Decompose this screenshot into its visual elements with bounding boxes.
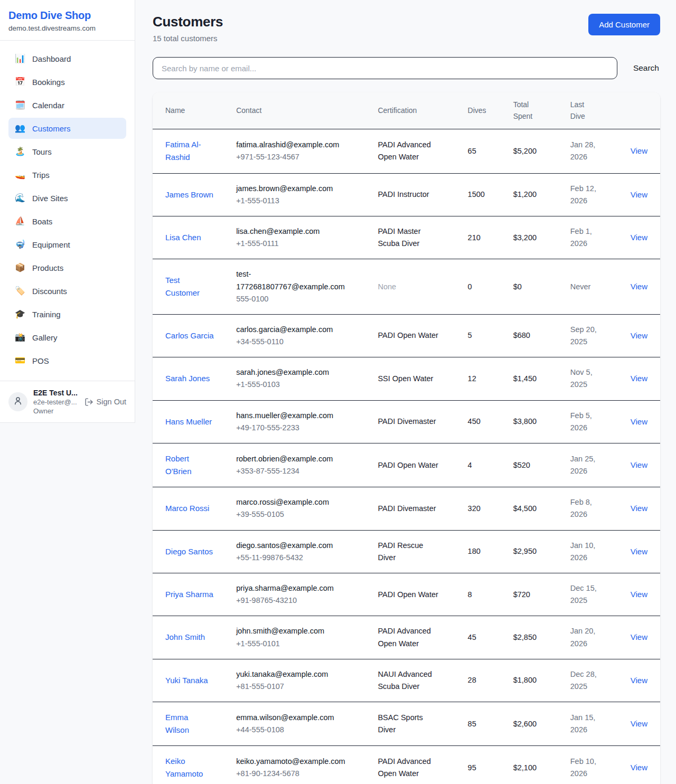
- customer-dives: 320: [462, 487, 507, 530]
- sidebar-item-discounts[interactable]: 🏷️ Discounts: [8, 280, 126, 301]
- island-icon: 🏝️: [15, 147, 25, 156]
- sidebar-item-tours[interactable]: 🏝️ Tours: [8, 141, 126, 162]
- customer-total-spent: $3,800: [507, 400, 564, 443]
- view-link[interactable]: View: [631, 331, 647, 340]
- search-button[interactable]: Search: [632, 60, 660, 76]
- customer-phone: 555-0100: [236, 293, 365, 305]
- avatar: [8, 392, 27, 411]
- user-email: e2e-tester@...: [33, 398, 79, 406]
- sidebar-item-customers[interactable]: 👥 Customers: [8, 118, 126, 139]
- customer-phone: +34-555-0110: [236, 336, 365, 348]
- customer-name-link[interactable]: Keiko Yamamoto: [165, 755, 214, 780]
- add-customer-button[interactable]: Add Customer: [588, 14, 660, 35]
- customer-certification: PADI Divemaster: [378, 503, 440, 515]
- customer-email: yuki.tanaka@example.com: [236, 668, 351, 681]
- column-header-certification: Certification: [371, 92, 461, 129]
- customer-name-link[interactable]: Priya Sharma: [165, 588, 213, 601]
- customer-name-link[interactable]: Hans Mueller: [165, 415, 212, 428]
- customer-name-link[interactable]: Fatima Al-Rashid: [165, 138, 214, 164]
- view-link[interactable]: View: [631, 676, 647, 685]
- view-link[interactable]: View: [631, 763, 647, 772]
- customer-phone: +81-555-0107: [236, 681, 365, 693]
- customer-name-link[interactable]: Test Customer: [165, 274, 214, 299]
- customer-certification: PADI Advanced Open Water: [378, 755, 440, 780]
- speedboat-icon: 🚤: [15, 171, 25, 179]
- sidebar-item-pos[interactable]: 💳 POS: [8, 350, 126, 371]
- sidebar-item-products[interactable]: 📦 Products: [8, 257, 126, 278]
- table-row: Priya Sharma priya.sharma@example.com +9…: [153, 573, 660, 616]
- customer-dives: 450: [462, 400, 507, 443]
- view-link[interactable]: View: [631, 417, 647, 426]
- search-input[interactable]: [153, 57, 617, 79]
- sidebar-item-equipment[interactable]: 🤿 Equipment: [8, 234, 126, 255]
- customer-total-spent: $720: [507, 573, 564, 616]
- customer-last-dive: Feb 1, 2026: [570, 225, 602, 250]
- sidebar-item-bookings[interactable]: 📅 Bookings: [8, 71, 126, 92]
- sign-out-label: Sign Out: [97, 398, 126, 406]
- sidebar-item-dive-sites[interactable]: 🌊 Dive Sites: [8, 187, 126, 209]
- customer-name-link[interactable]: Yuki Tanaka: [165, 674, 208, 687]
- sidebar-item-gallery[interactable]: 📸 Gallery: [8, 327, 126, 348]
- label-icon: 🏷️: [15, 287, 25, 295]
- customer-name-link[interactable]: Diego Santos: [165, 545, 213, 558]
- customer-dives: 0: [462, 259, 507, 315]
- sidebar-item-boats[interactable]: ⛵ Boats: [8, 211, 126, 232]
- customer-total-spent: $2,600: [507, 702, 564, 746]
- sidebar-item-trips[interactable]: 🚤 Trips: [8, 164, 126, 185]
- graduation-cap-icon: 🎓: [15, 310, 25, 318]
- customer-name-link[interactable]: Sarah Jones: [165, 372, 210, 385]
- table-header: Name Contact Certification Dives Total S…: [153, 92, 660, 129]
- user-info: E2E Test U... e2e-tester@... Owner: [33, 389, 79, 415]
- people-icon: 👥: [15, 124, 25, 133]
- customer-name-link[interactable]: Carlos Garcia: [165, 329, 214, 342]
- sidebar-item-calendar[interactable]: 🗓️ Calendar: [8, 95, 126, 116]
- page-header: Customers 15 total customers Add Custome…: [153, 14, 660, 43]
- table-row: Sarah Jones sarah.jones@example.com +1-5…: [153, 357, 660, 400]
- table-row: Diego Santos diego.santos@example.com +5…: [153, 530, 660, 573]
- shop-name: Demo Dive Shop: [8, 10, 126, 22]
- view-link[interactable]: View: [631, 146, 647, 155]
- customer-email: robert.obrien@example.com: [236, 453, 351, 465]
- customer-certification: PADI Open Water: [378, 589, 440, 601]
- view-link[interactable]: View: [631, 374, 647, 383]
- view-link[interactable]: View: [631, 460, 647, 469]
- table-row: Test Customer test-1772681807767@example…: [153, 259, 660, 315]
- view-link[interactable]: View: [631, 504, 647, 513]
- view-link[interactable]: View: [631, 719, 647, 728]
- sign-out-button[interactable]: Sign Out: [84, 398, 126, 407]
- view-link[interactable]: View: [631, 282, 647, 291]
- customer-name-link[interactable]: John Smith: [165, 631, 205, 644]
- customer-name-link[interactable]: Marco Rossi: [165, 502, 209, 515]
- customer-last-dive: Jan 20, 2026: [570, 625, 602, 649]
- customer-certification: None: [378, 281, 440, 293]
- customer-name-link[interactable]: Robert O'Brien: [165, 452, 214, 478]
- package-icon: 📦: [15, 263, 25, 272]
- wave-icon: 🌊: [15, 194, 25, 202]
- user-block: E2E Test U... e2e-tester@... Owner Sign …: [0, 381, 135, 422]
- customer-phone: +55-11-99876-5432: [236, 552, 365, 564]
- customer-dives: 5: [462, 314, 507, 357]
- customer-certification: PADI Instructor: [378, 188, 440, 201]
- customer-total-spent: $1,200: [507, 173, 564, 216]
- person-icon: [13, 396, 23, 408]
- view-link[interactable]: View: [631, 233, 647, 242]
- customer-email: emma.wilson@example.com: [236, 712, 351, 724]
- customer-phone: +353-87-555-1234: [236, 465, 365, 477]
- table-row: Yuki Tanaka yuki.tanaka@example.com +81-…: [153, 659, 660, 702]
- customer-last-dive: Dec 28, 2025: [570, 668, 602, 693]
- view-link[interactable]: View: [631, 632, 647, 641]
- sidebar-item-training[interactable]: 🎓 Training: [8, 304, 126, 325]
- table-row: Fatima Al-Rashid fatima.alrashid@example…: [153, 129, 660, 173]
- view-link[interactable]: View: [631, 190, 647, 199]
- customer-dives: 45: [462, 616, 507, 659]
- table-row: Carlos Garcia carlos.garcia@example.com …: [153, 314, 660, 357]
- sidebar-item-dashboard[interactable]: 📊 Dashboard: [8, 48, 126, 69]
- view-link[interactable]: View: [631, 590, 647, 599]
- column-header-actions: [615, 92, 660, 129]
- customer-name-link[interactable]: Lisa Chen: [165, 231, 201, 244]
- view-link[interactable]: View: [631, 547, 647, 556]
- customer-name-link[interactable]: James Brown: [165, 188, 213, 201]
- customer-name-link[interactable]: Emma Wilson: [165, 711, 214, 736]
- customer-dives: 85: [462, 702, 507, 746]
- customer-certification: PADI Advanced Open Water: [378, 625, 440, 649]
